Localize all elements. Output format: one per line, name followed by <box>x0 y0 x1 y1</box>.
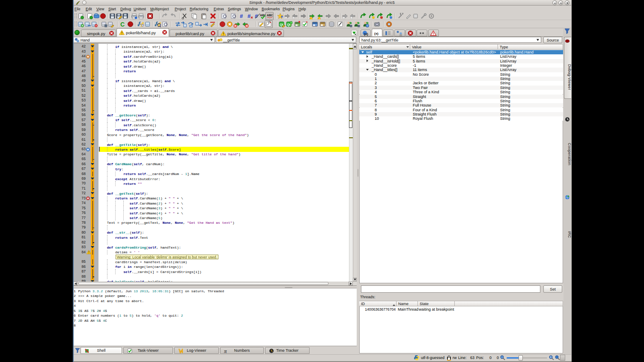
svg-text:ABC: ABC <box>260 14 266 17</box>
svg-text:#: # <box>240 13 243 19</box>
svg-text:(x): (x) <box>374 32 379 36</box>
svg-text:ABC: ABC <box>267 14 273 17</box>
svg-text:Qt: Qt <box>280 23 283 27</box>
svg-text:C: C <box>120 21 125 27</box>
svg-text:!: ! <box>310 17 310 19</box>
svg-text:#: # <box>247 13 251 19</box>
svg-text:!: ! <box>318 17 319 19</box>
svg-text:(x): (x) <box>364 32 368 36</box>
